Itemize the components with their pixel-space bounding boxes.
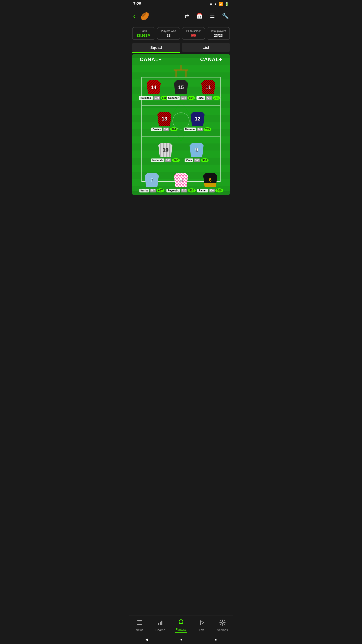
jersey-number-6: 6 <box>209 177 212 183</box>
player-score-gray-nakaitac: 530 <box>154 96 160 100</box>
stats-row: Bank £8.933M Players won 23 Pl. to selec… <box>129 24 233 43</box>
jersey-6: 6 <box>202 172 218 188</box>
bank-value: £8.933M <box>134 33 153 37</box>
jersey-12: 12 <box>190 111 206 127</box>
back-button[interactable]: ‹ <box>133 12 135 20</box>
total-players-stat: Total players 23/23 <box>207 27 230 40</box>
player-name-epee: Epee <box>196 96 205 100</box>
field-container: CANAL+ CANAL+ 14 Nakaitac. 530 530 15 G <box>132 54 230 195</box>
player-iturria[interactable]: 7 Iturria 667 667 <box>139 172 164 192</box>
battery-icon: 🔋 <box>224 2 229 6</box>
jersey-number-14: 14 <box>151 85 156 90</box>
jersey-15: 15 <box>173 79 189 95</box>
player-score-gray-darmon: 743 <box>197 128 203 131</box>
player-score-green-viola: 300 <box>201 158 208 162</box>
player-score-green-meliande: 300 <box>172 158 179 162</box>
jersey-number-11: 11 <box>205 85 211 90</box>
pl-to-select-label: Pl. to select <box>184 29 203 32</box>
jersey-9: 9 <box>189 142 205 158</box>
jersey-10: 10 <box>157 142 173 158</box>
jersey-number-9: 9 <box>195 147 198 153</box>
player-score-green-richer: 300 <box>215 188 223 192</box>
player-score-gray-richer: 300 <box>208 189 215 192</box>
player-score-gray-peyresbl: 520 <box>181 189 187 192</box>
jersey-number-12: 12 <box>195 116 200 122</box>
nav-icons-group: ⇄ 📅 ☰ 🔧 <box>185 13 229 19</box>
player-viola[interactable]: 9 Viola 300 300 <box>185 142 209 162</box>
signal-bars-icon: 📶 <box>219 2 223 6</box>
total-players-value: 23/23 <box>209 33 228 37</box>
squad-button[interactable]: Squad <box>132 43 180 52</box>
calendar-icon[interactable]: 📅 <box>196 13 203 19</box>
top-nav: ‹ 🏉 ⇄ 📅 ☰ 🔧 <box>129 8 233 24</box>
player-richer[interactable]: 6 Richer 300 300 <box>197 172 223 192</box>
player-meliande[interactable]: 10 Meliande 300 300 <box>151 142 180 162</box>
player-score-green-peyresbl: 520 <box>188 188 195 192</box>
players-layer: 14 Nakaitac. 530 530 15 Godener 504 504 <box>132 54 230 195</box>
jersey-11: 11 <box>200 79 216 95</box>
player-info-richer: Richer 300 300 <box>197 188 223 192</box>
player-info-epee: Epee 721 721 <box>196 96 220 100</box>
view-toggle: Squad List <box>129 43 233 52</box>
jersey-number-15: 15 <box>178 85 184 90</box>
player-score-gray-iturria: 667 <box>150 189 156 192</box>
player-name-richer: Richer <box>197 189 208 192</box>
jersey-7: 7 <box>144 172 160 188</box>
player-name-peyresbl: Peyresbl. <box>166 189 180 192</box>
player-peyresbl[interactable]: 8 Peyresbl. 520 520 <box>166 172 196 192</box>
total-players-label: Total players <box>209 29 228 32</box>
player-name-darmon: Darmon <box>184 128 196 131</box>
player-score-green-costes: 394 <box>170 127 177 131</box>
wifi-icon: ▲ <box>214 2 217 6</box>
wrench-icon[interactable]: 🔧 <box>222 13 229 19</box>
player-name-viola: Viola <box>185 158 193 162</box>
player-score-gray-meliande: 300 <box>165 158 171 162</box>
player-score-gray-epee: 721 <box>206 96 212 100</box>
player-nakaitac[interactable]: 14 Nakaitac. 530 530 <box>139 79 168 100</box>
pl-to-select-stat: Pl. to select 0/0 <box>182 27 205 40</box>
player-info-peyresbl: Peyresbl. 520 520 <box>166 188 196 192</box>
player-score-gray-godener: 504 <box>180 96 187 100</box>
player-score-green-godener: 504 <box>188 96 195 100</box>
player-name-costes: Costes <box>151 128 162 131</box>
player-info-iturria: Iturria 667 667 <box>139 188 164 192</box>
player-name-meliande: Meliande <box>151 158 164 162</box>
player-info-darmon: Darmon 743 743 <box>184 127 211 131</box>
player-name-iturria: Iturria <box>139 189 149 192</box>
player-info-costes: Costes 394 394 <box>151 127 177 131</box>
player-name-nakaitac: Nakaitac. <box>139 96 153 100</box>
player-godener[interactable]: 15 Godener 504 504 <box>167 79 195 100</box>
status-bar: 7:25 ◉ ▲ 📶 🔋 <box>129 0 233 8</box>
list-button[interactable]: List <box>182 43 230 52</box>
signal-icon: ◉ <box>210 2 212 6</box>
bank-stat: Bank £8.933M <box>132 27 155 40</box>
player-info-godener: Godener 504 504 <box>167 96 195 100</box>
jersey-14: 14 <box>146 79 162 95</box>
jersey-number-13: 13 <box>162 116 167 122</box>
player-costes[interactable]: 13 Costes 394 394 <box>151 111 177 131</box>
player-info-viola: Viola 300 300 <box>185 158 209 162</box>
jersey-8: 8 <box>173 172 189 188</box>
jersey-number-8: 8 <box>179 177 182 183</box>
status-time: 7:25 <box>133 2 141 6</box>
player-name-godener: Godener <box>167 96 180 100</box>
player-score-gray-costes: 394 <box>163 128 169 131</box>
player-score-green-epee: 721 <box>213 96 220 100</box>
pl-to-select-value: 0/0 <box>184 33 203 37</box>
logo-icon: 🏉 <box>141 12 149 20</box>
players-won-value: 23 <box>159 33 178 37</box>
player-info-nakaitac: Nakaitac. 530 530 <box>139 96 168 100</box>
player-darmon[interactable]: 12 Darmon 743 743 <box>184 111 211 131</box>
list-icon[interactable]: ☰ <box>210 13 215 19</box>
player-epee[interactable]: 11 Epee 721 721 <box>196 79 220 100</box>
shuffle-icon[interactable]: ⇄ <box>185 13 189 19</box>
player-info-meliande: Meliande 300 300 <box>151 158 180 162</box>
jersey-13: 13 <box>156 111 172 127</box>
player-score-gray-viola: 300 <box>194 158 200 162</box>
jersey-number-7: 7 <box>150 177 153 183</box>
players-won-stat: Players won 23 <box>157 27 180 40</box>
player-score-green-darmon: 743 <box>204 127 211 131</box>
jersey-number-10: 10 <box>163 147 168 153</box>
status-icons: ◉ ▲ 📶 🔋 <box>210 2 229 6</box>
players-won-label: Players won <box>159 29 178 32</box>
